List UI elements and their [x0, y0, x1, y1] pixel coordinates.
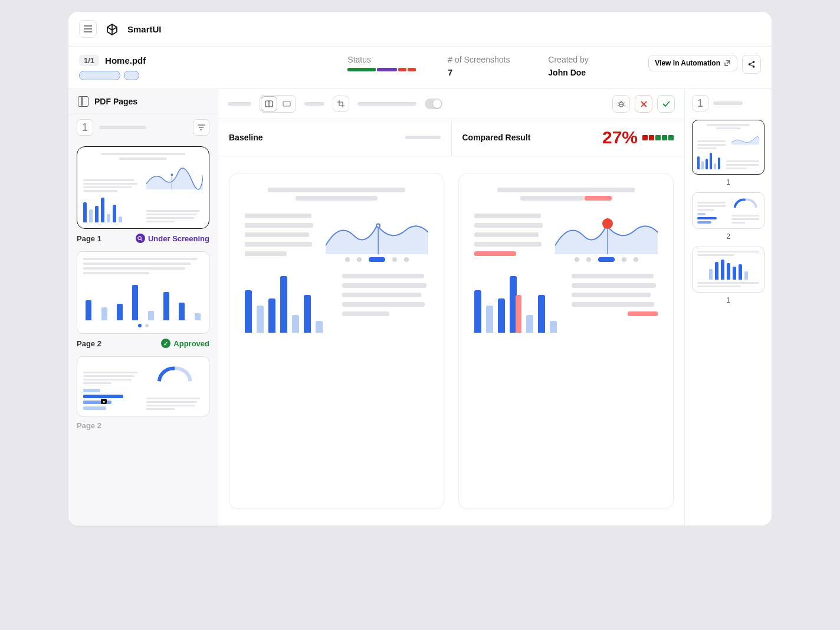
diff-overlay-toggle[interactable]	[425, 99, 442, 109]
compare-body	[218, 156, 684, 526]
crop-button[interactable]	[333, 96, 349, 112]
tag-pill[interactable]	[79, 71, 120, 80]
svg-point-11	[376, 224, 380, 228]
placeholder	[99, 126, 146, 129]
brand-name: SmartUI	[127, 24, 162, 34]
share-icon	[747, 60, 756, 68]
brand-logo-icon	[105, 22, 119, 36]
placeholder	[713, 101, 743, 105]
right-page-indicator[interactable]: 1	[692, 95, 708, 111]
svg-point-2	[753, 65, 755, 68]
status-seg-green	[347, 68, 376, 71]
page-thumb[interactable]: ●	[77, 356, 209, 416]
thumb-meta: Page 2 ✓ Approved	[77, 339, 209, 348]
status-seg-purple	[377, 68, 397, 71]
layout-toggle-group	[260, 95, 296, 113]
file-tags	[79, 71, 324, 80]
diff-heatmap	[642, 135, 674, 140]
page-label: Page 1	[77, 234, 101, 243]
compared-label: Compared Result	[462, 133, 531, 142]
screening-icon	[136, 234, 145, 243]
baseline-label: Baseline	[229, 133, 263, 142]
created-by-label: Created by	[548, 55, 625, 64]
status-seg-red	[398, 68, 406, 71]
app-window: SmartUI 1/1 Home.pdf Status # of Screens…	[68, 12, 772, 526]
filter-icon	[198, 124, 205, 130]
variant-thumb[interactable]	[692, 120, 764, 175]
thumb-meta: Page 1 Under Screening	[77, 234, 209, 243]
center-panel: Baseline Compared Result 27%	[218, 89, 684, 526]
compare-toolbar	[218, 89, 684, 119]
pages-icon	[78, 96, 88, 107]
topbar: SmartUI	[68, 12, 772, 47]
view-automation-label: View in Automation	[655, 59, 720, 67]
main-area: PDF Pages 1	[68, 89, 772, 526]
approved-icon: ✓	[161, 339, 170, 348]
status-label: Status	[347, 55, 424, 64]
page-label: Page 2	[77, 421, 101, 430]
left-header: PDF Pages	[68, 89, 218, 114]
page-thumb[interactable]	[77, 251, 209, 334]
file-meta-row: 1/1 Home.pdf Status # of Screenshots 7 C…	[68, 47, 772, 89]
svg-point-5	[138, 236, 141, 239]
diff-percent: 27%	[602, 127, 638, 147]
tag-pill[interactable]	[124, 71, 139, 80]
single-view-button[interactable]	[279, 97, 294, 111]
baseline-preview[interactable]	[229, 173, 444, 509]
variant-thumb[interactable]	[692, 247, 764, 293]
left-subheader: 1	[68, 114, 218, 140]
status-text: Under Screening	[148, 234, 209, 243]
svg-point-4	[170, 173, 173, 176]
diff-marker-icon	[602, 218, 613, 229]
menu-button[interactable]	[79, 20, 97, 38]
compared-preview[interactable]	[458, 173, 674, 509]
created-by-value: John Doe	[548, 68, 625, 77]
file-counter: 1/1	[79, 55, 99, 66]
external-link-icon	[724, 60, 731, 67]
compared-header: Compared Result 27%	[452, 119, 685, 156]
baseline-header: Baseline	[218, 119, 452, 156]
crop-icon	[337, 100, 344, 107]
status-column: Status	[347, 55, 424, 71]
placeholder	[304, 102, 324, 106]
close-icon	[641, 101, 647, 107]
hamburger-icon	[84, 25, 92, 32]
approve-button[interactable]	[657, 95, 675, 113]
right-header: 1	[692, 95, 764, 111]
svg-point-0	[749, 63, 751, 65]
check-icon	[662, 101, 670, 107]
reject-button[interactable]	[635, 95, 652, 113]
status-text: Approved	[173, 339, 209, 348]
filter-button[interactable]	[193, 119, 209, 136]
compare-header-row: Baseline Compared Result 27%	[218, 119, 684, 156]
variant-thumb[interactable]	[692, 192, 764, 229]
variant-label: 1	[692, 178, 764, 186]
screenshots-column: # of Screenshots 7	[448, 55, 524, 77]
svg-rect-8	[283, 101, 290, 106]
placeholder	[405, 136, 441, 139]
placeholder	[357, 102, 416, 106]
view-automation-button[interactable]: View in Automation	[648, 55, 737, 71]
placeholder	[228, 102, 251, 106]
header-actions: View in Automation	[648, 55, 761, 74]
bug-button[interactable]	[612, 95, 630, 113]
screenshots-label: # of Screenshots	[448, 55, 524, 64]
variant-label: 1	[692, 296, 764, 304]
right-sidebar: 1	[684, 89, 772, 526]
page-thumb[interactable]	[77, 146, 209, 229]
svg-point-1	[753, 61, 755, 63]
screenshots-value: 7	[448, 68, 524, 77]
side-by-side-button[interactable]	[261, 97, 277, 111]
current-page-indicator[interactable]: 1	[77, 119, 93, 136]
status-tag: Under Screening	[136, 234, 209, 243]
left-sidebar: PDF Pages 1	[68, 89, 218, 526]
thumb-meta: Page 2	[77, 421, 209, 430]
variant-label: 2	[692, 232, 764, 241]
single-icon	[283, 100, 291, 107]
share-button[interactable]	[742, 55, 761, 74]
status-tag: ✓ Approved	[161, 339, 209, 348]
file-block: 1/1 Home.pdf	[79, 55, 324, 80]
page-label: Page 2	[77, 339, 101, 348]
left-title: PDF Pages	[94, 97, 137, 106]
status-bar	[347, 68, 424, 71]
